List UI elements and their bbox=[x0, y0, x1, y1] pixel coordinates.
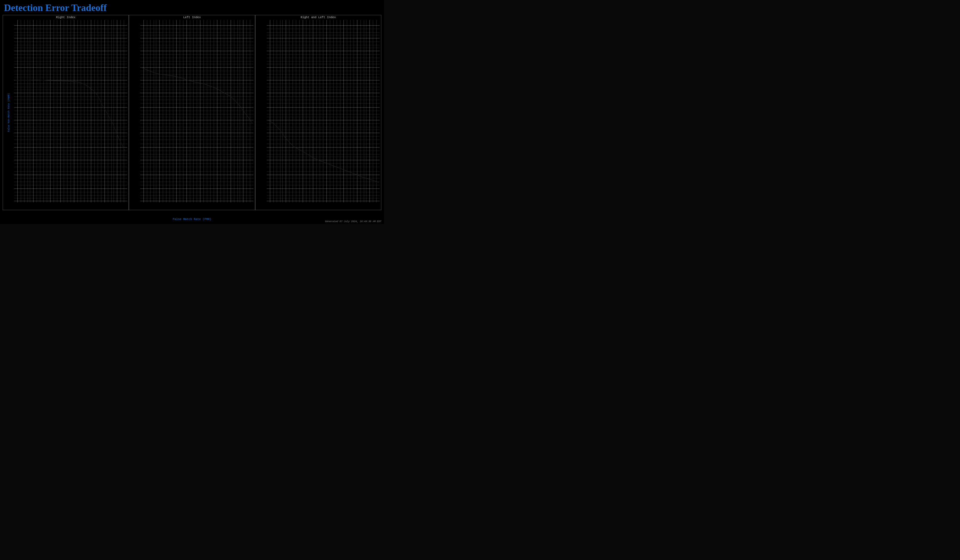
chart-title-right-left-index: Right and Left Index bbox=[301, 16, 336, 19]
chart-right-index: Right Index False Non-Match Rate (FNMR) … bbox=[3, 15, 129, 210]
footer-text: Generated 07 July 2024, 10:49:30 AM EDT bbox=[325, 220, 381, 223]
charts-row: Right Index False Non-Match Rate (FNMR) … bbox=[3, 15, 381, 210]
chart-area-right-left-index: 0.0001 0.001 0.005 0.01 0.02 0.05 0.1 0.… bbox=[267, 20, 380, 202]
chart-right-left-index: Right and Left Index 0.0001 0.001 0.005 … bbox=[255, 15, 381, 210]
chart-area-right-index: 0.2 0.1 0.05 0.02 0.01 0.005 0.002 0.001… bbox=[14, 20, 127, 202]
page-title: Detection Error Tradeoff bbox=[3, 2, 381, 13]
x-axis-label-shared: False Match Rate (FMR) bbox=[173, 218, 211, 221]
y-axis-label: False Non-Match Rate (FNMR) bbox=[8, 86, 10, 139]
chart-title-right-index: Right Index bbox=[56, 16, 75, 19]
page: Detection Error Tradeoff Right Index Fal… bbox=[0, 0, 384, 224]
chart-svg-right bbox=[14, 20, 127, 202]
chart-svg-rl bbox=[267, 20, 380, 202]
chart-area-left-index: 0.0001 0.001 0.005 0.01 0.02 0.05 0.1 0.… bbox=[140, 20, 253, 202]
chart-left-index: Left Index 0.0001 0.001 0.005 0.01 0.02 … bbox=[129, 15, 255, 210]
chart-title-left-index: Left Index bbox=[183, 16, 201, 19]
chart-svg-left bbox=[140, 20, 253, 202]
